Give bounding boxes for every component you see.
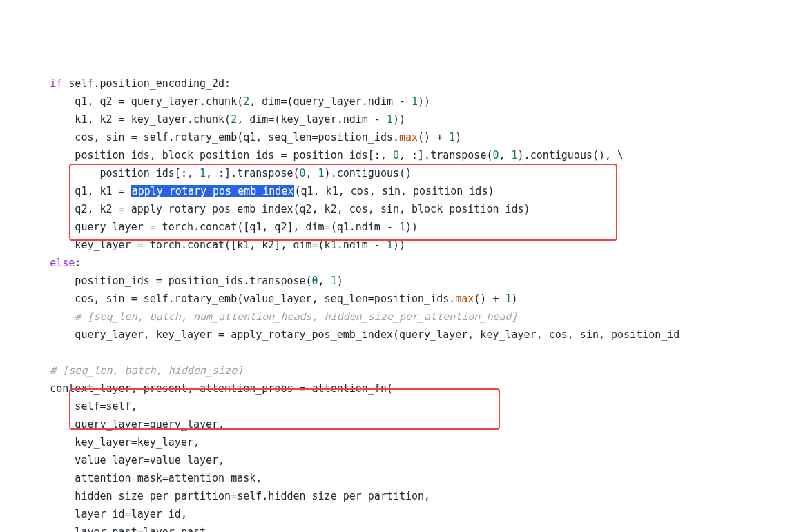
code-text: q2, k2 = apply_rotary_pos_emb_index(q2, …: [0, 203, 530, 215]
code-text: position_ids[:,: [0, 167, 200, 179]
code-text: position_ids = position_ids.transpose(: [0, 275, 312, 287]
code-text: ).contiguous(): [325, 167, 412, 179]
number-literal: 1: [200, 167, 206, 179]
builtin-max: max: [455, 293, 474, 305]
code-text: query_layer, key_layer = apply_rotary_po…: [0, 328, 679, 341]
number-literal: 1: [399, 221, 405, 233]
code-text: key_layer=key_layer,: [0, 436, 200, 449]
comment: # [seq_len, batch, num_attention_heads, …: [0, 311, 518, 323]
code-text: value_layer=value_layer,: [0, 454, 224, 466]
code-text: query_layer = torch.concat([q1, q2], dim…: [0, 221, 399, 233]
number-literal: 0: [312, 275, 318, 287]
selected-text[interactable]: apply_rotary_pos_emb_index: [131, 185, 295, 197]
keyword-if: if: [50, 77, 62, 90]
code-text: layer_past=layer_past,: [0, 526, 212, 532]
code-text: )): [393, 113, 405, 126]
number-literal: 1: [512, 149, 518, 161]
builtin-max: max: [399, 131, 418, 144]
code-text: )): [393, 239, 405, 251]
code-text: )): [405, 221, 418, 233]
number-literal: 0: [393, 149, 399, 161]
code-text: attention_mask=attention_mask,: [0, 472, 262, 484]
number-literal: 1: [331, 275, 337, 287]
comment: # [seq_len, batch, hidden_size]: [0, 364, 243, 377]
code-text: ,: [499, 149, 511, 161]
number-literal: 1: [412, 95, 418, 108]
code-text: , dim=(query_layer.ndim -: [249, 95, 412, 108]
code-text: ,: [306, 167, 318, 179]
code-block: if self.position_encoding_2d: q1, q2 = q…: [0, 72, 810, 532]
number-literal: 1: [318, 167, 325, 179]
number-literal: 1: [505, 293, 512, 305]
code-text: layer_id=layer_id,: [0, 508, 187, 520]
code-text: (q1, k1, cos, sin, position_ids): [294, 185, 494, 197]
code-text: key_layer = torch.concat([k1, k2], dim=(…: [0, 239, 387, 251]
number-literal: 1: [387, 113, 393, 126]
code-text: ).contiguous(), \: [518, 149, 624, 161]
number-literal: 1: [387, 239, 393, 251]
code-text: self=self,: [0, 400, 137, 413]
number-literal: 1: [449, 131, 455, 144]
code-text: cos, sin = self.rotary_emb(value_layer, …: [0, 293, 455, 305]
code-text: () +: [418, 131, 449, 144]
code-text: query_layer=query_layer,: [0, 418, 224, 431]
code-text: ): [337, 275, 343, 287]
number-literal: 0: [299, 167, 305, 179]
keyword-else: else: [50, 257, 75, 269]
code-text: cos, sin = self.rotary_emb(q1, seq_len=p…: [0, 131, 399, 144]
code-text: , dim=(key_layer.ndim -: [237, 113, 387, 126]
code-text: hidden_size_per_partition=self.hidden_si…: [0, 490, 430, 502]
code-text: , :].transpose(: [399, 149, 492, 161]
code-text: context_layer, present, attention_probs …: [0, 382, 393, 395]
code-text: self.position_encoding_2d:: [62, 77, 231, 90]
code-text: ,: [318, 275, 331, 287]
code-text: , :].transpose(: [206, 167, 299, 179]
code-text: () +: [474, 293, 505, 305]
number-literal: 2: [243, 95, 249, 108]
code-text: q1, k1 =: [0, 185, 131, 197]
code-text: :: [75, 257, 81, 269]
code-text: ): [455, 131, 461, 144]
code-text: )): [418, 95, 430, 108]
code-text: q1, q2 = query_layer.chunk(: [0, 95, 243, 108]
code-text: ): [512, 293, 518, 305]
code-text: position_ids, block_position_ids = posit…: [0, 149, 393, 161]
number-literal: 2: [231, 113, 237, 126]
code-text: k1, k2 = key_layer.chunk(: [0, 113, 231, 126]
